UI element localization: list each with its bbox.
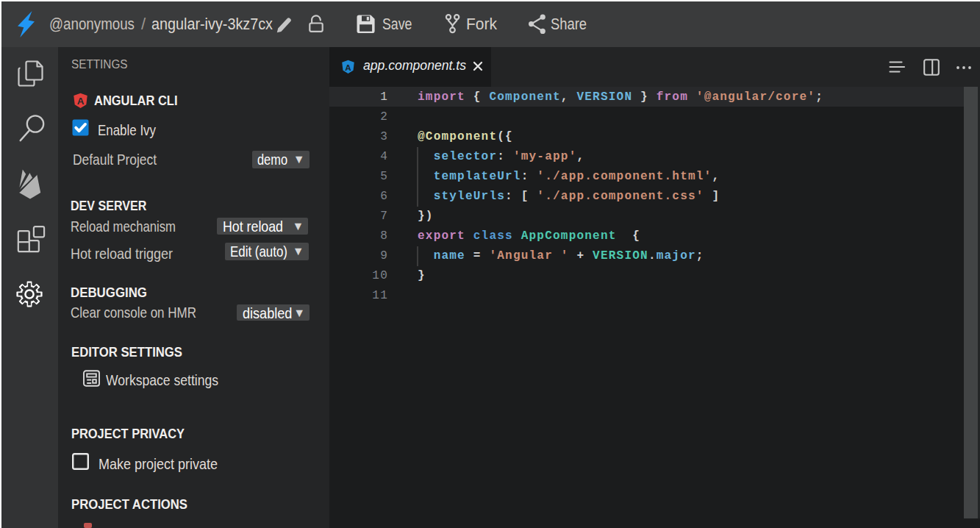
svg-text:A: A xyxy=(345,63,351,72)
svg-text:A: A xyxy=(76,96,84,107)
